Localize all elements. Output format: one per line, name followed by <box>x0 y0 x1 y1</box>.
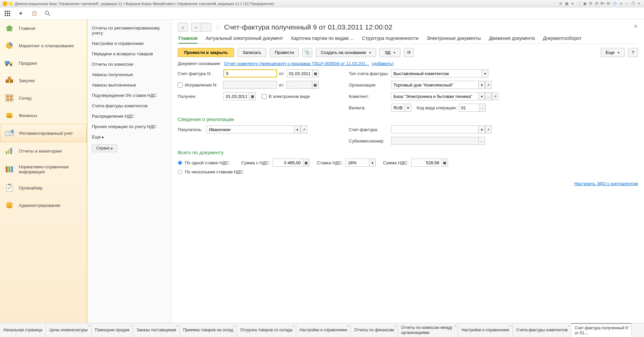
electronic-checkbox[interactable] <box>262 94 267 99</box>
from-date-input[interactable] <box>287 69 312 77</box>
more-button[interactable]: Еще <box>601 48 625 57</box>
secondnav-item[interactable]: Отчеты по регламентированному учету <box>87 23 171 38</box>
star-icon[interactable]: ☆ <box>215 23 221 31</box>
multi-rate-radio[interactable] <box>178 170 182 174</box>
sidebar-item-reports[interactable]: Отчеты и мониторинг <box>0 142 87 160</box>
sidebar-item-warehouse[interactable]: Склад <box>0 89 87 107</box>
edo-link[interactable]: Настроить ЭДО с контрагентом <box>574 181 638 186</box>
secondnav-service[interactable]: Сервис ▸ <box>92 144 117 152</box>
forward-button[interactable]: → <box>201 23 211 32</box>
tb-icon[interactable]: ▦ <box>564 1 569 6</box>
close-icon[interactable]: × <box>394 324 396 328</box>
clipboard-icon[interactable]: 📋 <box>31 10 38 17</box>
open-icon[interactable]: ↗ <box>492 92 498 100</box>
buyer-input[interactable] <box>207 125 294 133</box>
create-based-button[interactable]: Создать на основании <box>316 48 376 57</box>
tb-m-icon[interactable]: M- <box>606 1 611 6</box>
open-icon[interactable]: ↗ <box>485 81 492 89</box>
tab-structure[interactable]: Структура подчиненности <box>362 34 419 44</box>
secondnav-item[interactable]: Счета-фактуры комитентов <box>87 101 171 111</box>
close-icon[interactable]: × <box>176 324 178 328</box>
save-button[interactable]: Записать <box>237 48 266 57</box>
calc-icon[interactable]: ▦ <box>441 159 448 167</box>
ed-button[interactable]: ЭД <box>379 48 400 57</box>
tab-edocs[interactable]: Электронные документы <box>427 34 481 44</box>
tb-calc-icon[interactable]: ▣ <box>582 1 587 6</box>
secondnav-item[interactable]: Авансы полученные <box>87 69 171 80</box>
open-icon[interactable]: ↗ <box>301 125 307 133</box>
calendar-icon[interactable]: ▦ <box>312 69 319 77</box>
sf-type-select[interactable] <box>391 69 482 77</box>
chevron-down-icon[interactable]: ▾ <box>478 81 485 89</box>
sidebar-item-main[interactable]: Главное <box>0 19 87 37</box>
post-close-button[interactable]: Провести и закрыть <box>178 48 234 57</box>
sf-input[interactable] <box>391 125 478 133</box>
btab-start[interactable]: Начальная страница <box>0 323 46 337</box>
btab-current[interactable]: Счет-фактура полученный 9 от 01....× <box>571 323 632 337</box>
calc-icon[interactable]: ▦ <box>303 159 310 167</box>
btab-finreports[interactable]: Отчеты по финансам× <box>351 323 398 337</box>
chevron-down-icon[interactable]: ▾ <box>405 104 411 112</box>
chevron-down-icon[interactable]: ▾ <box>294 125 301 133</box>
back-button[interactable]: ← <box>191 23 201 32</box>
close-icon[interactable]: × <box>568 324 570 328</box>
sidebar-item-sales[interactable]: Продажи <box>0 54 87 72</box>
corr-num-input[interactable] <box>223 81 277 89</box>
sidebar-item-regulated[interactable]: Регламентированный учет <box>0 124 87 142</box>
ellipsis-icon[interactable]: … <box>485 92 492 100</box>
sidebar-item-marketing[interactable]: Маркетинг и планирование <box>0 37 87 54</box>
tab-main[interactable]: Главное <box>178 34 198 44</box>
sidebar-item-organizer[interactable]: Органайзер <box>0 179 87 196</box>
search-icon[interactable] <box>44 10 51 17</box>
sf-num-input[interactable] <box>223 69 277 77</box>
sub-input[interactable] <box>391 137 478 145</box>
tb-info-icon[interactable]: ⓘ <box>612 1 617 6</box>
btab-settings[interactable]: Настройки и справочники× <box>296 323 351 337</box>
attachment-button[interactable]: 📎 <box>302 48 312 57</box>
btab-settings2[interactable]: Настройки и справочники× <box>458 323 513 337</box>
close-icon[interactable]: × <box>454 324 457 328</box>
btab-sf[interactable]: Счета-фактуры комитентов× <box>513 323 571 337</box>
secondnav-item[interactable]: Прочие операции по учету НДС <box>87 121 171 132</box>
window-minimize-icon[interactable]: — <box>625 1 629 6</box>
sum-vat-input[interactable] <box>273 159 303 167</box>
tab-edoc[interactable]: Актуальный электронный документ <box>206 34 283 44</box>
window-close-icon[interactable]: ✕ <box>637 1 641 6</box>
close-icon[interactable]: ✕ <box>634 23 638 30</box>
chevron-down-icon[interactable]: ▾ <box>478 125 485 133</box>
ellipsis-icon[interactable]: … <box>479 104 486 112</box>
btab-ship[interactable]: Отгрузка товаров со склада× <box>237 323 296 337</box>
tb-icon[interactable]: ☰ <box>558 1 563 6</box>
tab-movements[interactable]: Движения документа <box>489 34 535 44</box>
sidebar-item-admin[interactable]: Администрирование <box>0 196 87 214</box>
secondnav-item[interactable]: Передачи и возвраты товаров <box>87 49 171 59</box>
tab-workflow[interactable]: Документооборот <box>543 34 582 44</box>
secondnav-item[interactable]: Подтверждение 0% ставки НДС <box>87 90 171 101</box>
tb-m-icon[interactable]: M+ <box>600 1 605 6</box>
close-icon[interactable]: × <box>292 324 294 328</box>
rate-input[interactable] <box>345 159 369 167</box>
chevron-down-icon[interactable]: ▾ <box>369 159 376 167</box>
chevron-down-icon[interactable]: ▾ <box>482 69 488 77</box>
secondnav-item[interactable]: Авансы выплаченные <box>87 80 171 90</box>
ellipsis-icon[interactable]: … <box>478 137 485 145</box>
secondnav-item[interactable]: Распределение НДС <box>87 111 171 121</box>
tb-time-icon[interactable]: 🕓 <box>576 1 581 6</box>
close-icon[interactable]: × <box>509 324 511 328</box>
basis-link[interactable]: Отчет комитенту (принципалу) о продажах … <box>224 61 369 66</box>
close-icon[interactable]: × <box>88 324 90 328</box>
star-icon[interactable]: ★ <box>17 10 24 17</box>
close-icon[interactable]: × <box>347 324 349 328</box>
secondnav-more[interactable]: Еще ▸ <box>87 132 171 142</box>
received-date-input[interactable] <box>223 92 249 100</box>
correction-checkbox[interactable] <box>178 82 183 88</box>
tab-batch[interactable]: Карточка партии по видам ... <box>291 34 354 44</box>
calendar-icon[interactable]: ▦ <box>312 81 319 89</box>
btab-prices[interactable]: Цены номенклатуры× <box>46 323 92 337</box>
close-icon[interactable]: × <box>628 325 630 329</box>
close-icon[interactable]: × <box>129 324 131 328</box>
refresh-button[interactable]: ⟳ <box>404 48 414 57</box>
vat-amount-input[interactable] <box>411 159 441 167</box>
sidebar-item-purchases[interactable]: Закупки <box>0 72 87 89</box>
tb-m-icon[interactable]: M <box>588 1 593 6</box>
